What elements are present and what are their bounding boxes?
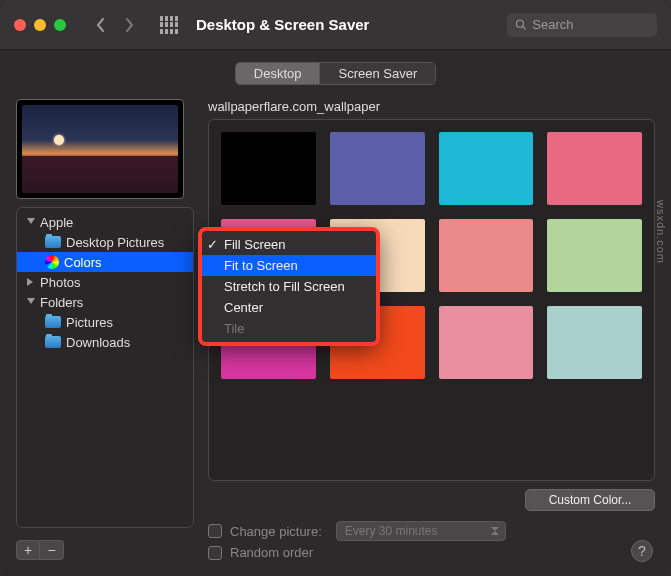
desktop-preview (16, 99, 184, 199)
content-area: AppleDesktop PicturesColorsPhotosFolders… (0, 95, 671, 576)
tab-desktop[interactable]: Desktop (236, 63, 320, 84)
color-swatch[interactable] (439, 132, 534, 205)
color-swatch[interactable] (330, 132, 425, 205)
chevron-down-icon[interactable] (27, 298, 35, 306)
interval-popup[interactable]: Every 30 minutes (336, 521, 506, 541)
dropdown-item-label: Fit to Screen (224, 258, 298, 273)
tab-screen-saver[interactable]: Screen Saver (319, 63, 435, 84)
forward-button[interactable] (116, 13, 142, 37)
dropdown-item-label: Center (224, 300, 263, 315)
dropdown-item[interactable]: Center (200, 297, 378, 318)
tree-group[interactable]: Apple (17, 212, 193, 232)
random-order-checkbox[interactable] (208, 546, 222, 560)
nav-buttons (88, 13, 142, 37)
change-picture-label: Change picture: (230, 524, 322, 539)
source-list[interactable]: AppleDesktop PicturesColorsPhotosFolders… (16, 207, 194, 528)
random-order-label: Random order (230, 545, 313, 560)
color-swatch[interactable] (439, 219, 534, 292)
preview-image (22, 105, 178, 193)
dropdown-item[interactable]: Stretch to Fill Screen (200, 276, 378, 297)
dropdown-item-label: Fill Screen (224, 237, 285, 252)
tree-item-label: Downloads (66, 335, 130, 350)
add-folder-button[interactable]: + (16, 540, 40, 560)
color-wheel-icon (45, 255, 59, 269)
tree-group[interactable]: Folders (17, 292, 193, 312)
tree-group-label: Photos (40, 275, 80, 290)
folder-icon (45, 316, 61, 328)
tree-item[interactable]: Colors (17, 252, 193, 272)
color-swatch[interactable] (547, 219, 642, 292)
sun-icon (54, 135, 64, 145)
dropdown-item-label: Tile (224, 321, 244, 336)
custom-color-button[interactable]: Custom Color... (525, 489, 655, 511)
tree-group[interactable]: Photos (17, 272, 193, 292)
tree-item[interactable]: Desktop Pictures (17, 232, 193, 252)
fit-mode-dropdown[interactable]: ✓Fill ScreenFit to ScreenStretch to Fill… (200, 229, 378, 344)
random-order-row: Random order (208, 545, 655, 560)
dropdown-item[interactable]: ✓Fill Screen (200, 234, 378, 255)
change-picture-checkbox[interactable] (208, 524, 222, 538)
tree-item-label: Colors (64, 255, 102, 270)
chevron-right-icon[interactable] (27, 278, 35, 286)
tree-item-label: Pictures (66, 315, 113, 330)
dropdown-item-label: Stretch to Fill Screen (224, 279, 345, 294)
back-button[interactable] (88, 13, 114, 37)
tree-buttons: + − (16, 540, 194, 560)
show-all-icon[interactable] (160, 16, 178, 34)
search-input[interactable] (532, 17, 649, 32)
tree-item[interactable]: Downloads (17, 332, 193, 352)
zoom-window-button[interactable] (54, 19, 66, 31)
search-field[interactable] (507, 13, 657, 37)
svg-line-1 (523, 27, 526, 30)
folder-icon (45, 336, 61, 348)
folder-icon (45, 236, 61, 248)
help-button[interactable]: ? (631, 540, 653, 562)
svg-point-0 (516, 20, 523, 27)
close-window-button[interactable] (14, 19, 26, 31)
tree-group-label: Apple (40, 215, 73, 230)
wallpaper-name: wallpaperflare.com_wallpaper (208, 99, 655, 115)
dropdown-item[interactable]: Fit to Screen (200, 255, 378, 276)
minimize-window-button[interactable] (34, 19, 46, 31)
change-picture-row: Change picture: Every 30 minutes (208, 521, 655, 541)
color-swatch[interactable] (439, 306, 534, 379)
preferences-window: Desktop & Screen Saver Desktop Screen Sa… (0, 0, 671, 576)
dropdown-item: Tile (200, 318, 378, 339)
chevron-down-icon[interactable] (27, 218, 35, 226)
color-swatch[interactable] (547, 132, 642, 205)
remove-folder-button[interactable]: − (40, 540, 64, 560)
watermark: wsxdn.com (655, 200, 667, 264)
left-column: AppleDesktop PicturesColorsPhotosFolders… (16, 99, 194, 560)
traffic-lights (14, 19, 66, 31)
titlebar: Desktop & Screen Saver (0, 0, 671, 50)
tab-bar: Desktop Screen Saver (0, 50, 671, 95)
window-title: Desktop & Screen Saver (196, 16, 369, 33)
tree-group-label: Folders (40, 295, 83, 310)
check-icon: ✓ (206, 237, 218, 252)
tree-item-label: Desktop Pictures (66, 235, 164, 250)
tree-item[interactable]: Pictures (17, 312, 193, 332)
search-icon (515, 18, 526, 31)
color-swatch[interactable] (221, 132, 316, 205)
color-swatch[interactable] (547, 306, 642, 379)
